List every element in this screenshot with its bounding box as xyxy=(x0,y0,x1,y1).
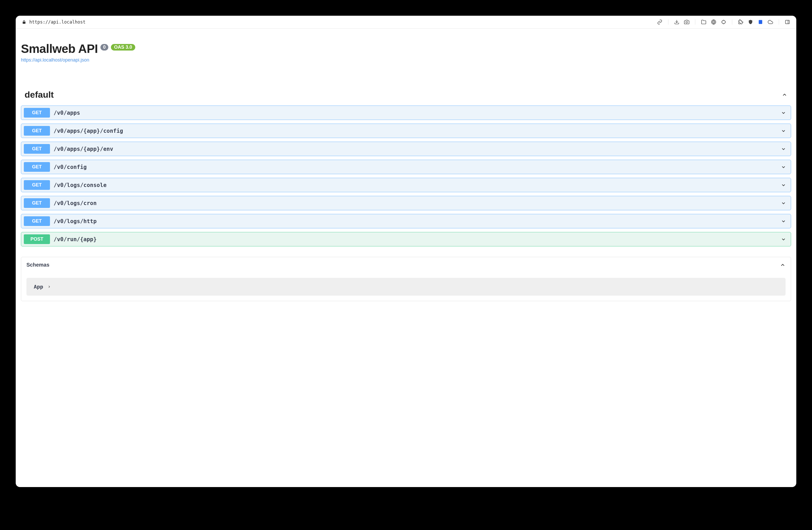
operation-path: /v0/apps/{app}/config xyxy=(54,128,777,134)
camera-icon[interactable] xyxy=(684,19,689,25)
method-badge: GET xyxy=(24,216,50,226)
panel-icon[interactable] xyxy=(785,19,790,25)
operation-row[interactable]: POST/v0/run/{app} xyxy=(21,232,791,247)
bookmark-icon[interactable] xyxy=(758,19,763,25)
chevron-down-icon xyxy=(781,147,786,152)
browser-window: https://api.localhost Smallweb API 0 OAS… xyxy=(16,16,796,487)
schemas-body: App xyxy=(21,273,791,301)
chevron-down-icon xyxy=(781,200,786,206)
cloud-icon[interactable] xyxy=(768,19,773,25)
oas-badge: OAS 3.0 xyxy=(111,44,135,51)
operation-row[interactable]: GET/v0/logs/http xyxy=(21,214,791,228)
link-icon[interactable] xyxy=(657,19,662,25)
svg-point-4 xyxy=(722,20,725,24)
globe-icon[interactable] xyxy=(711,19,716,25)
chevron-up-icon xyxy=(782,92,787,98)
schemas-header[interactable]: Schemas xyxy=(21,257,791,273)
separator xyxy=(732,19,732,25)
schemas-title: Schemas xyxy=(26,262,49,268)
separator xyxy=(668,19,668,25)
chevron-down-icon xyxy=(781,182,786,188)
operation-row[interactable]: GET/v0/logs/cron xyxy=(21,196,791,210)
operation-row[interactable]: GET/v0/apps xyxy=(21,106,791,120)
version-badge: 0 xyxy=(100,44,108,51)
svg-rect-9 xyxy=(759,20,762,24)
method-badge: GET xyxy=(24,126,50,136)
svg-point-1 xyxy=(686,22,688,23)
operation-path: /v0/logs/http xyxy=(54,218,777,224)
operation-path: /v0/logs/console xyxy=(54,182,777,188)
separator xyxy=(695,19,695,25)
page-content: Smallweb API 0 OAS 3.0 https://api.local… xyxy=(16,29,796,306)
method-badge: GET xyxy=(24,162,50,172)
operation-path: /v0/run/{app} xyxy=(54,236,777,242)
api-title: Smallweb API xyxy=(21,42,98,56)
shield-icon[interactable] xyxy=(748,19,753,25)
tag-section-header[interactable]: default xyxy=(21,86,791,103)
tag-name: default xyxy=(25,89,54,100)
lock-icon xyxy=(22,20,26,24)
target-icon[interactable] xyxy=(721,19,726,25)
schema-name: App xyxy=(34,283,43,290)
download-icon[interactable] xyxy=(674,19,679,25)
chevron-down-icon xyxy=(781,128,786,134)
operation-path: /v0/config xyxy=(54,164,777,170)
chevron-down-icon xyxy=(781,110,786,115)
operation-path: /v0/apps xyxy=(54,110,777,116)
operation-row[interactable]: GET/v0/apps/{app}/config xyxy=(21,124,791,138)
method-badge: GET xyxy=(24,144,50,154)
chevron-down-icon xyxy=(781,237,786,242)
operation-path: /v0/logs/cron xyxy=(54,200,777,206)
operation-row[interactable]: GET/v0/logs/console xyxy=(21,178,791,192)
schema-item[interactable]: App xyxy=(26,278,786,296)
chevron-down-icon xyxy=(781,219,786,224)
puzzle-icon[interactable] xyxy=(738,19,743,25)
operations-list: GET/v0/appsGET/v0/apps/{app}/configGET/v… xyxy=(21,106,791,247)
method-badge: GET xyxy=(24,180,50,190)
url-text[interactable]: https://api.localhost xyxy=(29,19,654,25)
method-badge: GET xyxy=(24,108,50,117)
folder-icon[interactable] xyxy=(701,19,706,25)
toolbar-icons xyxy=(657,19,790,25)
openapi-spec-link[interactable]: https://api.localhost/openapi.json xyxy=(21,57,89,62)
operation-path: /v0/apps/{app}/env xyxy=(54,146,777,152)
schemas-section: Schemas App xyxy=(21,257,791,301)
chevron-down-icon xyxy=(781,165,786,170)
method-badge: POST xyxy=(24,234,50,244)
address-bar: https://api.localhost xyxy=(16,16,796,29)
method-badge: GET xyxy=(24,198,50,208)
operation-row[interactable]: GET/v0/apps/{app}/env xyxy=(21,142,791,156)
operation-row[interactable]: GET/v0/config xyxy=(21,160,791,174)
svg-rect-10 xyxy=(786,20,789,24)
api-header: Smallweb API 0 OAS 3.0 xyxy=(21,42,791,56)
chevron-right-icon xyxy=(47,285,51,289)
chevron-up-icon xyxy=(780,262,786,268)
